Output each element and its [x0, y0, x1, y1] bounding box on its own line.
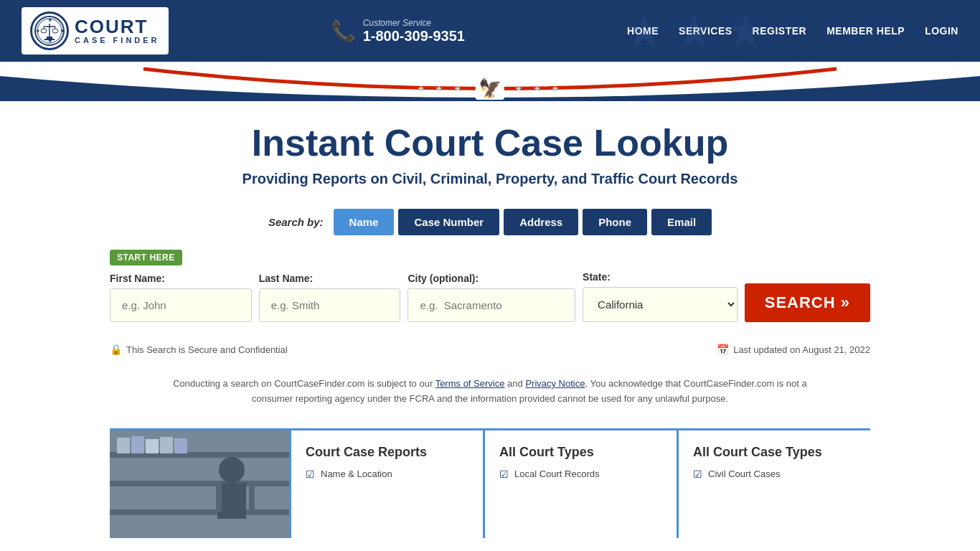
privacy-link[interactable]: Privacy Notice	[525, 378, 585, 389]
state-select[interactable]: Alabama Alaska Arizona Arkansas Californ…	[583, 287, 738, 322]
logo-case-finder-text: CASE FINDER	[75, 36, 160, 44]
bottom-card-reports: Court Case Reports ☑ Name & Location	[289, 430, 483, 538]
city-group: City (optional):	[407, 273, 575, 322]
tab-phone[interactable]: Phone	[583, 209, 647, 235]
svg-rect-21	[160, 437, 173, 453]
main-nav: HOME SERVICES REGISTER MEMBER HELP LOGIN	[627, 25, 958, 37]
bottom-image	[110, 430, 289, 538]
tab-email[interactable]: Email	[651, 209, 712, 235]
updated-text: 📅 Last updated on August 21, 2022	[717, 344, 870, 355]
logo-text: COURT CASE FINDER	[75, 17, 160, 44]
customer-service: 📞 Customer Service 1-800-309-9351	[331, 18, 465, 44]
nav-login[interactable]: LOGIN	[925, 25, 958, 37]
cs-label: Customer Service	[363, 18, 465, 28]
bottom-card-court-types: All Court Types ☑ Local Court Records	[483, 430, 677, 538]
page-title: Instant Court Case Lookup	[110, 123, 870, 164]
svg-rect-20	[146, 439, 159, 453]
search-button[interactable]: SEARCH »	[745, 283, 870, 322]
secure-text: 🔒 This Search is Secure and Confidential	[110, 344, 288, 355]
svg-rect-17	[110, 509, 289, 515]
first-name-label: First Name:	[110, 273, 252, 284]
cs-phone: 1-800-309-9351	[363, 28, 465, 44]
start-here-badge: START HERE	[110, 250, 182, 265]
logo-box: ★ ★ ★ ★ COURT CASE FINDER	[22, 7, 169, 55]
svg-rect-25	[216, 483, 222, 512]
svg-point-8	[41, 29, 47, 33]
svg-rect-13	[44, 39, 55, 40]
city-label: City (optional):	[407, 273, 575, 284]
card-types-item-label-0: Local Court Records	[514, 468, 600, 479]
logo-emblem-svg: ★ ★ ★ ★	[34, 15, 65, 47]
svg-text:★: ★	[36, 29, 40, 33]
banner-arc-wrapper: ★ ★ ★ 🦅 ★ ★ ★	[0, 62, 980, 101]
last-name-input[interactable]	[259, 288, 401, 322]
svg-rect-16	[110, 481, 289, 486]
bottom-image-placeholder	[110, 430, 289, 538]
svg-rect-18	[117, 438, 130, 453]
svg-point-23	[219, 457, 245, 483]
nav-home[interactable]: HOME	[627, 25, 659, 37]
search-by-label: Search by:	[268, 216, 324, 228]
svg-point-9	[52, 29, 58, 33]
eagle-area: ★ ★ ★ 🦅 ★ ★ ★	[417, 77, 563, 101]
search-form: START HERE First Name: Last Name: City (…	[110, 250, 870, 322]
card-types-title: All Court Types	[499, 445, 662, 460]
last-name-group: Last Name:	[259, 273, 401, 322]
city-input[interactable]	[407, 288, 575, 322]
bottom-card-case-types: All Court Case Types ☑ Civil Court Cases	[677, 430, 870, 538]
card-case-types-item-label-0: Civil Court Cases	[708, 468, 780, 479]
card-reports-item-label-0: Name & Location	[321, 468, 392, 479]
tab-name[interactable]: Name	[334, 209, 395, 235]
nav-register[interactable]: REGISTER	[753, 25, 807, 37]
tab-address[interactable]: Address	[504, 209, 578, 235]
first-name-input[interactable]	[110, 288, 252, 322]
stars-left: ★ ★ ★	[417, 83, 466, 94]
svg-rect-19	[131, 436, 144, 453]
main-content: Instant Court Case Lookup Providing Repo…	[95, 101, 885, 551]
card-case-types-item-0: ☑ Civil Court Cases	[693, 468, 856, 480]
calendar-icon: 📅	[717, 344, 729, 355]
disclaimer-and: and	[504, 378, 525, 389]
stars-right: ★ ★ ★	[514, 83, 563, 94]
state-group: State: Alabama Alaska Arizona Arkansas C…	[583, 271, 738, 322]
tab-case-number[interactable]: Case Number	[398, 209, 499, 235]
logo-emblem: ★ ★ ★ ★	[30, 11, 69, 50]
page-subtitle: Providing Reports on Civil, Criminal, Pr…	[110, 171, 870, 187]
search-by-row: Search by: Name Case Number Address Phon…	[110, 209, 870, 235]
tos-link[interactable]: Terms of Service	[435, 378, 505, 389]
check-icon-0: ☑	[306, 468, 315, 480]
disclaimer-text-before: Conducting a search on CourtCaseFinder.c…	[173, 378, 435, 389]
svg-rect-22	[174, 438, 187, 453]
eagle-icon: 🦅	[476, 77, 504, 100]
nav-services[interactable]: SERVICES	[679, 25, 732, 37]
security-label: This Search is Secure and Confidential	[126, 344, 288, 355]
form-fields: First Name: Last Name: City (optional): …	[110, 271, 870, 322]
cs-text: Customer Service 1-800-309-9351	[363, 18, 465, 44]
bottom-section: Court Case Reports ☑ Name & Location All…	[110, 428, 870, 538]
logo-area: ★ ★ ★ ★ COURT CASE FINDER	[22, 7, 169, 55]
last-name-label: Last Name:	[259, 273, 401, 284]
security-row: 🔒 This Search is Secure and Confidential…	[110, 336, 870, 362]
updated-label: Last updated on August 21, 2022	[733, 344, 870, 355]
check-icon-1: ☑	[499, 468, 509, 480]
state-label: State:	[583, 271, 738, 283]
disclaimer: Conducting a search on CourtCaseFinder.c…	[167, 377, 813, 407]
check-icon-2: ☑	[693, 468, 702, 480]
first-name-group: First Name:	[110, 273, 252, 322]
svg-rect-12	[47, 37, 52, 39]
card-case-types-title: All Court Case Types	[693, 445, 856, 460]
header: ★ ★ ★ ★ ★ ★ ★	[0, 0, 980, 62]
nav-member-help[interactable]: MEMBER HELP	[826, 25, 905, 37]
svg-rect-26	[249, 483, 255, 512]
card-reports-title: Court Case Reports	[306, 445, 468, 460]
card-types-item-0: ☑ Local Court Records	[499, 468, 662, 480]
logo-court-text: COURT	[75, 17, 160, 36]
phone-icon: 📞	[331, 19, 356, 43]
lock-icon: 🔒	[110, 344, 122, 355]
card-reports-item-0: ☑ Name & Location	[306, 468, 468, 480]
